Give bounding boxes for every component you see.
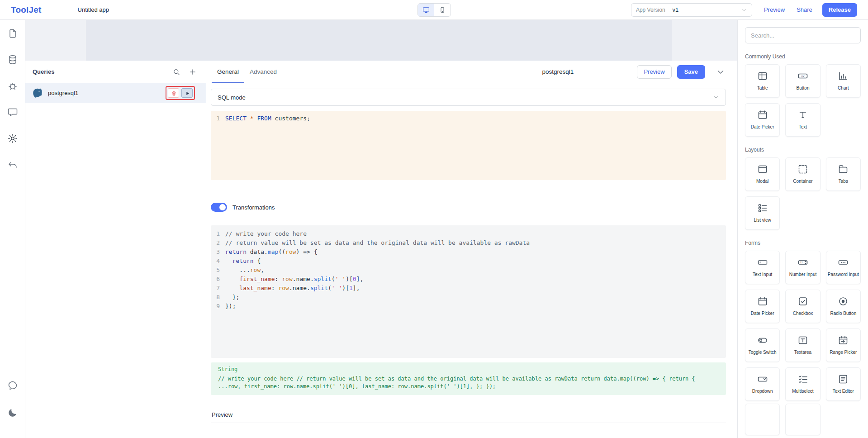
widget-label: Modal <box>747 179 778 184</box>
query-editor-body: SQL mode 1SELECT * FROM customers; Trans… <box>206 83 737 438</box>
release-button[interactable]: Release <box>822 3 857 17</box>
inspector-icon[interactable] <box>7 107 18 118</box>
widget-card-textarea[interactable]: Textarea <box>785 328 820 362</box>
passwordinput-icon <box>838 257 849 268</box>
code-line: 2// return value will be set as data and… <box>211 238 726 248</box>
widget-label: Range Picker <box>828 350 859 355</box>
tab-general[interactable]: General <box>212 61 244 83</box>
widget-label: Toggle Switch <box>747 350 778 355</box>
code-line: 3return data.map((row) => { <box>211 248 726 257</box>
widget-card-container[interactable]: Container <box>785 157 820 191</box>
database-icon[interactable] <box>7 54 18 65</box>
app-name[interactable]: Untitled app <box>78 6 109 13</box>
chevron-down-icon[interactable] <box>715 67 726 77</box>
desktop-icon <box>422 6 430 14</box>
delete-query-button[interactable] <box>168 88 179 98</box>
widget-card-numberinput[interactable]: 12Number Input <box>785 251 820 284</box>
widget-card-chart[interactable]: Chart <box>826 64 861 98</box>
widget-label: Dropdown <box>747 389 778 394</box>
line-number: 6 <box>211 275 225 284</box>
chat-icon[interactable] <box>7 380 18 391</box>
debugger-icon[interactable] <box>7 81 18 91</box>
widget-card-checkbox[interactable]: Checkbox <box>785 290 820 323</box>
line-number: 5 <box>211 266 225 275</box>
code-line: 4 return { <box>211 257 726 266</box>
preview-section[interactable]: Preview <box>211 407 726 423</box>
widget-card-dropdown[interactable]: Dropdown <box>745 367 780 401</box>
widgets-sidebar: Commonly UsedTableOKButtonChartDate Pick… <box>737 20 868 438</box>
app-canvas[interactable] <box>86 20 672 61</box>
widget-label: List view <box>747 218 778 223</box>
share-link[interactable]: Share <box>797 6 812 13</box>
desktop-toggle-button[interactable] <box>418 4 434 16</box>
checkbox-icon <box>797 296 808 307</box>
query-workspace: Queries postgresql1 <box>25 61 737 438</box>
widget-card-modal[interactable]: Modal <box>745 157 780 191</box>
widget-card-multiselect[interactable]: Multiselect <box>785 367 820 401</box>
widget-search-input[interactable] <box>745 27 861 43</box>
widget-card-partial[interactable] <box>745 404 780 435</box>
widget-label: Number Input <box>787 272 818 277</box>
settings-icon[interactable] <box>7 133 18 144</box>
line-number: 4 <box>211 257 225 266</box>
header-right: App Version v1 Preview Share Release <box>631 3 857 17</box>
widget-card-texteditor[interactable]: Text Editor <box>826 367 861 401</box>
annotation-highlight <box>166 86 195 100</box>
widget-card-table[interactable]: Table <box>745 64 780 98</box>
widget-card-button[interactable]: OKButton <box>785 64 820 98</box>
widget-card-listview[interactable]: List view <box>745 196 780 230</box>
widget-section-title: Commonly Used <box>745 53 861 60</box>
dark-mode-icon[interactable] <box>7 407 18 418</box>
transformation-code-editor[interactable]: 1// write your code here2// return value… <box>211 225 726 358</box>
chevron-down-icon <box>713 94 719 100</box>
add-query-icon[interactable] <box>189 68 197 76</box>
undo-arrow-icon[interactable] <box>7 159 18 170</box>
queries-title: Queries <box>33 68 54 75</box>
query-save-button[interactable]: Save <box>677 65 705 79</box>
widget-label: Button <box>787 86 818 91</box>
rangepicker-icon <box>838 335 849 346</box>
app-version-select[interactable]: App Version v1 <box>631 3 752 17</box>
widget-label: Date Picker <box>747 311 778 316</box>
line-number: 3 <box>211 248 225 257</box>
chevron-down-icon <box>741 7 747 13</box>
editor-query-name[interactable]: postgresql1 <box>542 68 574 75</box>
widget-card-partial[interactable] <box>785 404 820 435</box>
widget-label: Radio Button <box>828 311 859 316</box>
mobile-icon <box>439 6 446 14</box>
transformations-toggle[interactable] <box>211 203 227 212</box>
sql-mode-value: SQL mode <box>218 94 246 101</box>
dropdown-icon <box>757 374 768 385</box>
widget-card-datepicker[interactable]: Date Picker <box>745 290 780 323</box>
widget-card-datepicker[interactable]: Date Picker <box>745 103 780 137</box>
run-query-button[interactable] <box>181 88 193 98</box>
query-editor-tabbar: General Advanced postgresql1 Preview Sav… <box>206 61 737 83</box>
preview-link[interactable]: Preview <box>764 6 785 13</box>
widget-label: Tabs <box>828 179 859 184</box>
mobile-toggle-button[interactable] <box>434 4 451 16</box>
query-preview-button[interactable]: Preview <box>637 65 671 79</box>
iconbar-bottom <box>7 380 18 418</box>
widget-label: Password Input <box>828 272 859 277</box>
widget-sections: Commonly UsedTableOKButtonChartDate Pick… <box>745 53 861 435</box>
widget-card-radiobutton[interactable]: Radio Button <box>826 290 861 323</box>
widget-card-tabs[interactable]: Tabs <box>826 157 861 191</box>
container-icon <box>797 164 808 175</box>
sql-mode-select[interactable]: SQL mode <box>211 89 726 106</box>
transformations-row: Transformations <box>211 203 726 212</box>
widget-card-toggleswitch[interactable]: Toggle Switch <box>745 328 780 362</box>
widget-card-text[interactable]: Text <box>785 103 820 137</box>
query-list-item[interactable]: postgresql1 <box>25 83 206 103</box>
query-name: postgresql1 <box>48 90 78 96</box>
widget-card-rangepicker[interactable]: Range Picker <box>826 328 861 362</box>
widget-card-textinput[interactable]: Text Input <box>745 251 780 284</box>
tab-advanced[interactable]: Advanced <box>244 61 282 83</box>
tooljet-logo[interactable]: ToolJet <box>11 5 42 15</box>
widget-card-passwordinput[interactable]: Password Input <box>826 251 861 284</box>
widget-label: Multiselect <box>787 389 818 394</box>
search-icon[interactable] <box>172 68 180 76</box>
play-icon <box>185 90 190 95</box>
sql-code-editor[interactable]: 1SELECT * FROM customers; <box>211 111 726 180</box>
pages-icon[interactable] <box>7 28 18 39</box>
widget-section-title: Layouts <box>745 147 861 153</box>
